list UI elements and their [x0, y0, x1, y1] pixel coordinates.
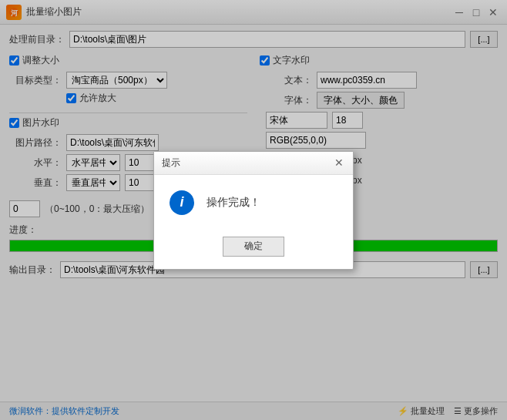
- modal-title-bar: 提示 ✕: [154, 152, 353, 175]
- modal-body: i 操作完成！: [154, 175, 353, 230]
- modal-ok-button[interactable]: 确定: [223, 237, 284, 257]
- modal-overlay: 提示 ✕ i 操作完成！ 确定: [0, 0, 507, 420]
- modal-dialog: 提示 ✕ i 操作完成！ 确定: [153, 151, 354, 270]
- modal-message: 操作完成！: [206, 196, 260, 210]
- modal-footer: 确定: [154, 230, 353, 269]
- info-icon: i: [170, 190, 194, 215]
- modal-close-button[interactable]: ✕: [333, 156, 345, 169]
- modal-title: 提示: [162, 156, 180, 170]
